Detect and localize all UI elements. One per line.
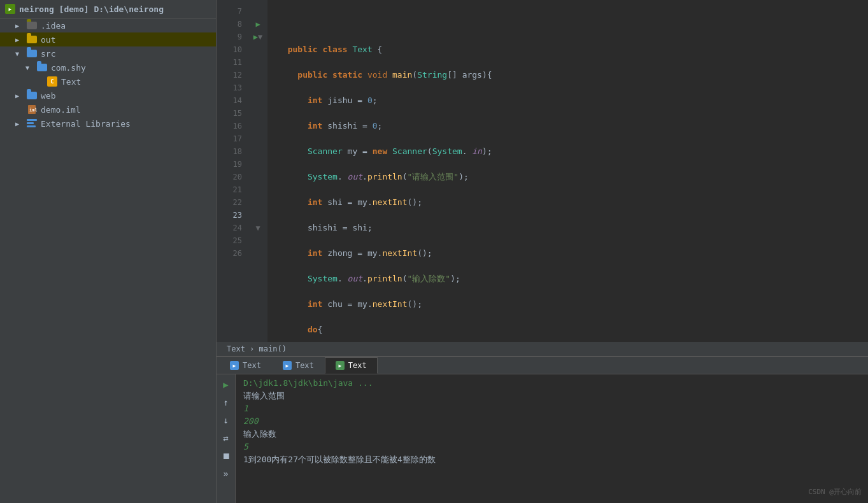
bottom-panel: ▶ Text ▶ Text ▶ Text ▶ ↑ ↓ ⇄ [217,357,868,503]
iml-icon: iml [25,104,38,115]
bottom-tab-run1[interactable]: ▶ Text [219,357,272,374]
run-icon-line8: ▶ [255,20,260,29]
console-line-200: 200 [243,415,860,428]
breadcrumb-text: Text › main() [227,344,287,353]
collapse-arrow-web: ▶ [15,92,25,99]
collapse-arrow-com-shy: ▼ [25,64,36,71]
external-libs-icon [25,118,38,129]
breadcrumb: Text › main() [217,342,868,357]
collapse-arrow-src: ▼ [15,50,25,57]
code-line-14: int shi = my.nextInt(); [278,196,868,209]
sidebar-label-src: src [41,49,55,59]
sidebar-item-idea[interactable]: ▶ .idea [0,18,216,32]
bottom-tab-label-run2: Text [295,361,314,370]
sidebar-item-demo-iml[interactable]: ▶ iml demo.iml [0,103,216,117]
bottom-tab-run2[interactable]: ▶ Text [272,357,325,374]
console-line-1: 1 [243,402,860,415]
sidebar-label-demo-iml: demo.iml [41,105,81,115]
console-java-cmd: D:\jdk1.8\jdk\bin\java ... [243,377,860,390]
code-line-11: int shishi = 0; [278,120,868,132]
console-line-result: 1到200内有27个可以被除数整除且不能被4整除的数 [243,453,860,466]
collapse-arrow-out: ▶ [15,36,25,43]
sidebar-label-web: web [41,91,55,101]
java-file-icon: C [46,76,59,87]
bottom-tab-label-run3: Text [348,361,367,370]
run-icon-line9: ▶ [253,32,258,41]
editor-container: 7 8 9 10 11 12 13 14 15 16 17 18 19 20 2… [217,0,868,503]
code-line-12: Scanner my = new Scanner(System. in); [278,145,868,158]
folder-icon-com-shy [36,62,48,73]
main-layout: ▶ neirong [demo] D:\ide\neirong ▶ .idea … [0,0,868,503]
console-line-qingjin: 请输入范围 [243,390,860,402]
code-line-13: System. out.println("请输入范围"); [278,171,868,183]
sidebar-item-text-java[interactable]: ▶ C Text [0,74,216,89]
code-line-16: int zhong = my.nextInt(); [278,247,868,260]
code-line-7 [278,18,868,31]
console-up-btn[interactable]: ↑ [218,395,234,410]
run-button-line8[interactable]: ▶ [248,18,267,31]
sidebar-item-com-shy[interactable]: ▼ com.shy [0,60,216,74]
run-button-line9[interactable]: ▶ ▼ [248,31,267,43]
project-header: ▶ neirong [demo] D:\ide\neirong [0,0,216,18]
sidebar-item-out[interactable]: ▶ out [0,32,216,46]
collapse-button-line24[interactable]: ▼ [248,222,267,234]
code-line-10: int jishu = 0; [278,94,868,107]
folder-icon-web [25,90,38,101]
sidebar-label-text: Text [61,77,81,87]
code-line-19: do{ [278,323,868,336]
sidebar-label-out: out [41,35,55,45]
console-line-shuru: 输入除数 [243,428,860,441]
console-sidebar: ▶ ↑ ↓ ⇄ ⏹ » [217,374,236,503]
sidebar-label-com-shy: com.shy [51,63,86,73]
code-editor[interactable]: public class Text { public static void m… [267,0,868,342]
folder-icon-src [25,48,38,59]
code-line-9: public static void main(String[] args){ [278,69,868,81]
bottom-tab-run3[interactable]: ▶ Text [325,357,378,374]
console-line-5: 5 [243,441,860,453]
sidebar-label-idea: .idea [41,21,66,31]
console-down-btn[interactable]: ↓ [218,413,234,428]
tab-icon-run2: ▶ [283,361,292,370]
code-line-18: int chu = my.nextInt(); [278,298,868,311]
bottom-tab-label-run1: Text [243,361,261,370]
console-rerun-btn[interactable]: ⇄ [218,430,234,446]
bottom-content: ▶ ↑ ↓ ⇄ ⏹ » D:\jdk1.8\jdk\bin\java ... 请… [217,374,868,503]
tab-icon-run3: ▶ [336,361,345,370]
gutter: ▶ ▶ ▼ ▼ [248,0,267,342]
editor-main: 7 8 9 10 11 12 13 14 15 16 17 18 19 20 2… [217,0,868,342]
sidebar-label-external-libs: External Libraries [41,119,131,129]
sidebar: ▶ neirong [demo] D:\ide\neirong ▶ .idea … [0,0,217,503]
collapse-icon-line24: ▼ [255,223,260,232]
code-line-8: public class Text { [278,43,868,56]
collapse-arrow-idea: ▶ [15,22,25,29]
tab-icon-run1: ▶ [230,361,239,370]
console-output: D:\jdk1.8\jdk\bin\java ... 请输入范围 1 200 输… [236,374,868,503]
folder-icon-idea [25,20,38,31]
console-run-btn[interactable]: ▶ [218,377,234,392]
console-stop-btn[interactable]: ⏹ [218,448,234,464]
sidebar-item-external-libs[interactable]: ▶ External Libraries [0,117,216,131]
collapse-arrow-external: ▶ [15,120,25,127]
project-title-text: neirong [demo] D:\ide\neirong [19,4,164,14]
console-more-btn[interactable]: » [218,466,234,481]
sidebar-item-src[interactable]: ▼ src [0,46,216,60]
line-numbers: 7 8 9 10 11 12 13 14 15 16 17 18 19 20 2… [217,0,248,342]
code-line-17: System. out.println("输入除数"); [278,273,868,285]
watermark: CSDN @开心向前 [808,487,862,497]
bottom-tabs-bar: ▶ Text ▶ Text ▶ Text [217,357,868,374]
code-line-15: shishi = shi; [278,222,868,234]
sidebar-item-web[interactable]: ▶ web [0,89,216,103]
folder-icon-out [25,34,38,45]
svg-text:iml: iml [29,108,37,113]
project-icon: ▶ [5,4,15,14]
collapse-code-icon: ▼ [258,32,262,41]
